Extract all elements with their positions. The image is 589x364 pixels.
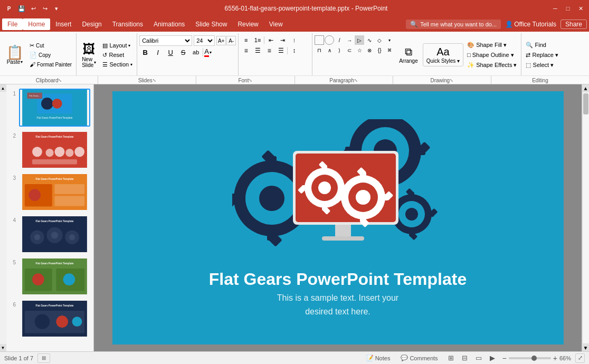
font-family-select[interactable]: Calibri [139, 35, 192, 46]
line-spacing-button[interactable]: ↕ [289, 46, 299, 55]
font-decrease-button[interactable]: A- [226, 36, 236, 45]
shape-3[interactable]: ∧ [325, 45, 334, 55]
shape-8[interactable]: {} [375, 45, 384, 55]
clipboard-expand[interactable]: ⤡ [58, 78, 62, 83]
underline-button[interactable]: U [165, 47, 176, 58]
shape-rect[interactable] [315, 35, 324, 45]
paragraph-expand[interactable]: ⤡ [354, 78, 358, 83]
shape-line[interactable]: / [335, 35, 344, 45]
customize-icon[interactable]: ▾ [52, 4, 61, 13]
menu-transitions[interactable]: Transitions [107, 18, 148, 30]
quick-styles-button[interactable]: Aa Quick Styles ▾ [423, 43, 463, 66]
zoom-slider[interactable] [509, 357, 551, 359]
scroll-up-arrow[interactable]: ▲ [0, 84, 6, 92]
shape-triangle[interactable]: ▷ [355, 35, 364, 45]
format-painter-button[interactable]: 🖌 Format Painter [27, 60, 74, 69]
menu-animations[interactable]: Animations [148, 18, 190, 30]
scroll-down-arrow[interactable]: ▼ [0, 344, 6, 351]
shape-6[interactable]: ☆ [355, 45, 364, 55]
undo-icon[interactable]: ↩ [28, 4, 38, 13]
shape-diamond[interactable]: ◇ [375, 35, 384, 45]
menu-insert[interactable]: Insert [50, 18, 77, 30]
shape-more[interactable]: ▾ [385, 35, 394, 45]
normal-view-button[interactable]: ⊞ [445, 354, 457, 362]
right-scroll-down[interactable]: ▼ [582, 344, 590, 351]
zoom-out-button[interactable]: − [502, 354, 507, 362]
shape-arrow[interactable]: → [345, 35, 354, 45]
comments-button[interactable]: 💬 Comments [397, 354, 441, 362]
paragraph-label: Paragraph ⤡ [295, 76, 393, 84]
minimize-button[interactable]: ─ [551, 4, 559, 13]
menu-slideshow[interactable]: Slide Show [190, 18, 232, 30]
section-button[interactable]: ☰ Section ▾ [100, 60, 135, 69]
slide-thumb-4[interactable]: 4 Flat Gears PowerPoint Template [8, 214, 91, 254]
decrease-indent-button[interactable]: ⇤ [265, 35, 276, 45]
slide-thumb-5[interactable]: 5 Flat Gears PowerPoint Template [8, 256, 91, 296]
increase-indent-button[interactable]: ⇥ [277, 35, 288, 45]
select-button[interactable]: ⬚ Select ▾ [524, 61, 560, 70]
numbered-list-button[interactable]: 1≡ [252, 35, 263, 45]
search-bar[interactable]: 🔍 Tell me what you want to do... [406, 20, 501, 29]
zoom-in-button[interactable]: + [553, 354, 557, 362]
bold-button[interactable]: B [139, 47, 151, 58]
right-scroll-thumb[interactable] [583, 93, 588, 114]
right-scroll-track[interactable] [582, 92, 590, 344]
find-button[interactable]: 🔍 Find [524, 41, 560, 50]
slide-thumb-6[interactable]: 6 Flat Gears PowerPoint Template [8, 299, 91, 339]
share-button[interactable]: Share [560, 20, 587, 29]
shadow-button[interactable]: ab [190, 47, 202, 58]
menu-home[interactable]: Home [23, 18, 50, 30]
font-color-button[interactable]: A ▾ [204, 47, 212, 57]
reading-view-button[interactable]: ▭ [473, 354, 484, 362]
new-slide-button[interactable]: 🖼 NewSlide▾ [79, 35, 99, 74]
shape-curve[interactable]: ∿ [365, 35, 374, 45]
replace-button[interactable]: ⇄ Replace ▾ [524, 51, 560, 60]
slide-view-icon[interactable]: ⊞ [37, 353, 50, 363]
menu-view[interactable]: View [264, 18, 288, 30]
strikethrough-button[interactable]: S [177, 47, 189, 58]
menu-review[interactable]: Review [232, 18, 263, 30]
maximize-button[interactable]: □ [564, 4, 572, 13]
paste-button[interactable]: 📋 Paste▾ [3, 35, 26, 74]
notes-button[interactable]: 📝 Notes [363, 354, 394, 362]
redo-icon[interactable]: ↪ [40, 4, 50, 13]
font-increase-button[interactable]: A+ [216, 36, 226, 45]
bullet-list-button[interactable]: ≡ [241, 35, 251, 45]
italic-button[interactable]: I [152, 47, 164, 58]
slide-thumb-1[interactable]: 1 Flat Gears PowerPoint Template Flat Ge… [8, 88, 91, 128]
align-right-button[interactable]: ≡ [264, 46, 274, 55]
font-size-select[interactable]: 24 [194, 35, 215, 46]
slide-thumb-3[interactable]: 3 Flat Gears PowerPoint Template [8, 172, 91, 212]
justify-button[interactable]: ☰ [276, 46, 286, 55]
save-icon[interactable]: 💾 [17, 4, 26, 13]
arrange-button[interactable]: ⧉ Arrange [396, 44, 421, 66]
slide-thumb-2[interactable]: 2 Flat Gears PowerPoint Template [8, 130, 91, 170]
font-expand[interactable]: ⤡ [249, 78, 252, 83]
fit-window-button[interactable]: ⤢ [575, 353, 585, 363]
shape-4[interactable]: ⟩ [335, 45, 344, 55]
right-scroll-up[interactable]: ▲ [582, 84, 590, 92]
layout-button[interactable]: ▤ Layout ▾ [100, 41, 135, 50]
shape-7[interactable]: ⊗ [365, 45, 374, 55]
copy-button[interactable]: 📄 Copy [27, 51, 74, 60]
align-left-button[interactable]: ≡ [241, 46, 251, 55]
cut-button[interactable]: ✂ Cut [27, 41, 74, 50]
office-tutorials-button[interactable]: 👤 Office Tutorials [505, 21, 556, 28]
reset-button[interactable]: ↺ Reset [100, 51, 135, 60]
menu-file[interactable]: File [2, 18, 23, 30]
shape-fill-button[interactable]: 🎨 Shape Fill ▾ [465, 41, 519, 50]
menu-design[interactable]: Design [77, 18, 107, 30]
shape-effects-button[interactable]: ✨ Shape Effects ▾ [465, 61, 519, 70]
shape-2[interactable]: ⊓ [315, 45, 324, 55]
align-center-button[interactable]: ☰ [252, 46, 263, 55]
slideshow-button[interactable]: ▶ [487, 354, 498, 362]
drawing-expand[interactable]: ⤡ [450, 78, 453, 83]
shape-circle[interactable] [325, 35, 334, 45]
shape-5[interactable]: ⊂ [345, 45, 354, 55]
close-button[interactable]: ✕ [576, 4, 585, 13]
shape-curly[interactable]: ⌘ [385, 45, 394, 55]
slide-sorter-button[interactable]: ⊟ [459, 354, 471, 362]
slides-expand[interactable]: ⤡ [153, 78, 156, 83]
column-button[interactable]: ⫶ [289, 35, 299, 45]
shape-outline-button[interactable]: □ Shape Outline ▾ [465, 51, 519, 60]
